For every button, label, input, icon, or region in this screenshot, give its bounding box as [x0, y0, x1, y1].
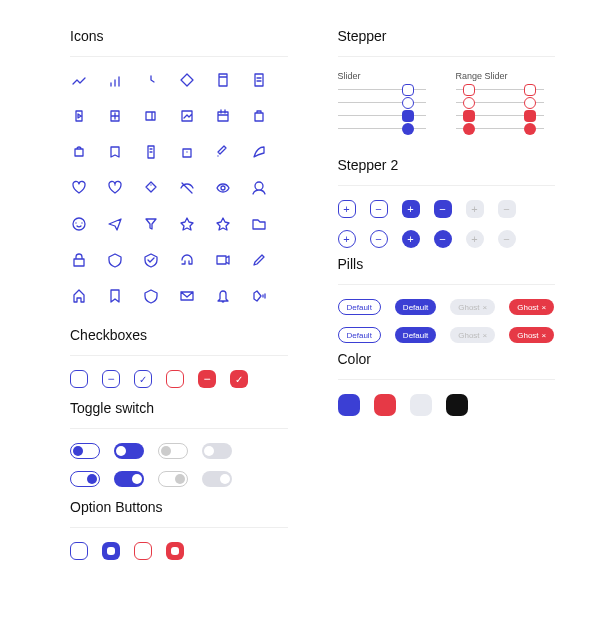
slider-outline-blue[interactable]	[338, 89, 426, 90]
video-icon	[214, 251, 236, 273]
pill-row-2: Default Default Ghost× Ghost×	[338, 327, 556, 343]
checkbox-indeterminate[interactable]	[102, 370, 120, 388]
pill-outline[interactable]: Default	[338, 299, 381, 315]
pill-ghost-disabled[interactable]: Ghost×	[450, 299, 495, 315]
plus-square-icon	[106, 107, 128, 129]
checkbox-error[interactable]	[166, 370, 184, 388]
right-column: Stepper Slider Range Slider Stepper 2 + …	[338, 28, 556, 606]
left-column: Icons Checkboxes Toggle switch Option Bu…	[70, 28, 288, 606]
step-minus-fill-round[interactable]: −	[434, 230, 452, 248]
tag-icon	[214, 143, 236, 165]
toggle-row-1	[70, 443, 288, 459]
shield-outline-icon	[142, 287, 164, 309]
divider	[70, 56, 288, 57]
step-plus-fill-round[interactable]: +	[402, 230, 420, 248]
range-outline-red-2[interactable]	[456, 102, 544, 103]
step-plus-fill[interactable]: +	[402, 200, 420, 218]
filter-icon	[142, 215, 164, 237]
stepper-row-1: + − + − + −	[338, 200, 556, 218]
toggle-outline-on[interactable]	[70, 471, 100, 487]
lock-icon	[70, 251, 92, 273]
pills-title: Pills	[338, 256, 556, 272]
bag-icon	[250, 107, 272, 129]
step-minus-outline-round[interactable]: −	[370, 230, 388, 248]
mail-icon	[178, 287, 200, 309]
toggle-ghost-on[interactable]	[202, 471, 232, 487]
range-fill-red-2[interactable]	[456, 128, 544, 129]
step-plus-disabled: +	[466, 200, 484, 218]
option-unchecked[interactable]	[70, 542, 88, 560]
stepper-row-2: + − + − + −	[338, 230, 556, 248]
toggle-disabled-off[interactable]	[158, 443, 188, 459]
pill-fill-2[interactable]: Default	[395, 327, 436, 343]
icon-grid	[70, 71, 288, 309]
color-row	[338, 394, 556, 416]
trash-icon	[106, 143, 128, 165]
pill-row-1: Default Default Ghost× Ghost×	[338, 299, 556, 315]
toggle-outline-off[interactable]	[70, 443, 100, 459]
swatch-black[interactable]	[446, 394, 468, 416]
step-minus-disabled: −	[498, 200, 516, 218]
range-outline-red[interactable]	[456, 89, 544, 90]
option-checked[interactable]	[102, 542, 120, 560]
toggle-row-2	[70, 471, 288, 487]
camera-icon	[70, 143, 92, 165]
toggle-title: Toggle switch	[70, 400, 288, 416]
pill-fill[interactable]: Default	[395, 299, 436, 315]
stepper2-title: Stepper 2	[338, 157, 556, 173]
chart-line-icon	[70, 71, 92, 93]
swatch-blue[interactable]	[338, 394, 360, 416]
checkbox-checked[interactable]	[134, 370, 152, 388]
checkbox-empty[interactable]	[70, 370, 88, 388]
slider-fill-blue[interactable]	[338, 115, 426, 116]
option-title: Option Buttons	[70, 499, 288, 515]
divider	[338, 56, 556, 57]
pill-ghost-red-2[interactable]: Ghost×	[509, 327, 554, 343]
divider	[338, 185, 556, 186]
volume-icon	[250, 287, 272, 309]
toggle-fill-on[interactable]	[114, 471, 144, 487]
slider-group: Slider Range Slider	[338, 71, 556, 141]
pill-ghost-red[interactable]: Ghost×	[509, 299, 554, 315]
divider	[70, 355, 288, 356]
swatch-gray[interactable]	[410, 394, 432, 416]
option-error-checked[interactable]	[166, 542, 184, 560]
document-icon	[214, 71, 236, 93]
range-slider-label: Range Slider	[456, 71, 544, 81]
step-plus-disabled-round: +	[466, 230, 484, 248]
divider	[338, 379, 556, 380]
step-minus-fill[interactable]: −	[434, 200, 452, 218]
heart-icon	[70, 179, 92, 201]
shield-icon	[106, 251, 128, 273]
bell-icon	[214, 287, 236, 309]
folder-icon	[250, 215, 272, 237]
toggle-disabled-on[interactable]	[158, 471, 188, 487]
swatch-red[interactable]	[374, 394, 396, 416]
color-title: Color	[338, 351, 556, 367]
range-slider-col: Range Slider	[456, 71, 544, 141]
pill-outline-2[interactable]: Default	[338, 327, 381, 343]
bag-plus-icon	[178, 143, 200, 165]
slider-label: Slider	[338, 71, 426, 81]
slider-outline-blue-2[interactable]	[338, 102, 426, 103]
toggle-fill-off[interactable]	[114, 443, 144, 459]
diamond-icon	[142, 179, 164, 201]
toggle-ghost-off[interactable]	[202, 443, 232, 459]
step-plus-outline[interactable]: +	[338, 200, 356, 218]
calendar-icon	[214, 107, 236, 129]
check-badge-icon	[142, 251, 164, 273]
divider	[338, 284, 556, 285]
bookmark-icon	[106, 287, 128, 309]
step-plus-outline-round[interactable]: +	[338, 230, 356, 248]
range-fill-red[interactable]	[456, 115, 544, 116]
option-error-unchecked[interactable]	[134, 542, 152, 560]
pill-ghost-disabled-2[interactable]: Ghost×	[450, 327, 495, 343]
slider-col: Slider	[338, 71, 426, 141]
checkbox-error-indeterminate[interactable]	[198, 370, 216, 388]
checkboxes-title: Checkboxes	[70, 327, 288, 343]
headphones-icon	[178, 251, 200, 273]
slider-fill-blue-2[interactable]	[338, 128, 426, 129]
checkbox-error-checked[interactable]	[230, 370, 248, 388]
chart-bar-icon	[106, 71, 128, 93]
step-minus-outline[interactable]: −	[370, 200, 388, 218]
